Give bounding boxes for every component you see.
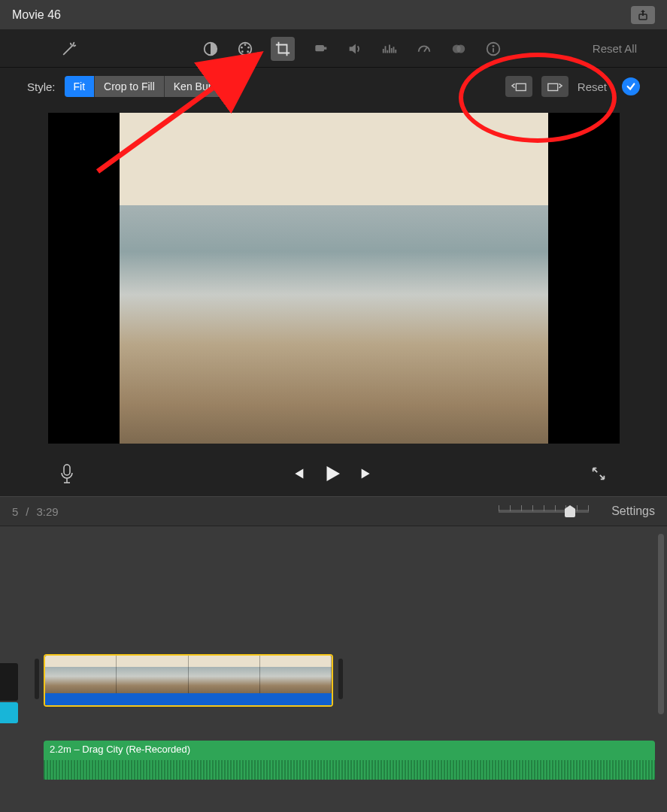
adjacent-clip-stub[interactable]: [0, 663, 18, 723]
timeline-scrollbar[interactable]: [658, 534, 664, 714]
svg-point-7: [241, 46, 243, 48]
rotate-cw-icon: [547, 80, 563, 92]
style-ken-burns-button[interactable]: Ken Burns: [164, 76, 232, 97]
video-clip-row: [44, 654, 333, 723]
svg-rect-8: [315, 45, 324, 51]
noise-reduction-icon[interactable]: [380, 40, 399, 58]
crop-icon: [274, 41, 291, 57]
clip-trim-handle-right[interactable]: [338, 659, 343, 699]
color-correction-icon[interactable]: [236, 40, 254, 58]
play-button[interactable]: [321, 462, 344, 485]
clip-thumbnails: [45, 656, 332, 693]
svg-point-6: [241, 50, 244, 53]
style-crop-to-fill-button[interactable]: Crop to Fill: [94, 76, 164, 97]
background-audio-clip[interactable]: 2.2m – Drag City (Re-Recorded): [44, 741, 655, 780]
preview-frame[interactable]: [48, 113, 620, 444]
voiceover-record-button[interactable]: [60, 464, 74, 483]
audio-clip-label: 2.2m – Drag City (Re-Recorded): [50, 744, 190, 755]
share-icon: [637, 9, 649, 21]
playback-controls: [0, 451, 667, 496]
svg-point-14: [493, 44, 495, 47]
microphone-icon: [60, 464, 74, 483]
crop-style-row: Style: Fit Crop to Fill Ken Burns Reset: [0, 68, 667, 105]
time-separator: /: [26, 505, 29, 518]
stabilization-icon[interactable]: [311, 40, 329, 58]
skip-back-icon: [290, 465, 306, 482]
fullscreen-button[interactable]: [590, 465, 607, 482]
color-balance-icon[interactable]: [202, 40, 220, 58]
style-label: Style:: [27, 80, 56, 93]
adjust-toolbar: Reset All: [0, 30, 667, 68]
crop-tool-button[interactable]: [271, 37, 295, 61]
timeline-settings-button[interactable]: Settings: [611, 504, 655, 518]
rotate-ccw-button[interactable]: [505, 76, 532, 97]
prev-frame-button[interactable]: [290, 465, 306, 482]
svg-line-10: [424, 47, 427, 51]
svg-point-4: [247, 46, 250, 48]
title-bar: Movie 46: [0, 0, 667, 30]
svg-rect-15: [493, 48, 494, 53]
expand-icon: [590, 465, 607, 482]
info-icon[interactable]: [484, 40, 502, 58]
preview-area: [0, 105, 667, 451]
next-frame-button[interactable]: [359, 465, 375, 482]
svg-point-12: [456, 44, 465, 53]
check-icon: [626, 81, 636, 92]
preview-image: [120, 113, 548, 444]
svg-rect-18: [64, 465, 70, 475]
selected-video-clip[interactable]: [44, 654, 333, 707]
zoom-slider[interactable]: [499, 510, 589, 513]
magic-wand-icon[interactable]: [60, 40, 78, 58]
audio-waveform: [44, 760, 655, 780]
svg-rect-17: [548, 83, 558, 90]
timeline-header: 5 / 3:29 Settings: [0, 496, 667, 526]
reset-all-button[interactable]: Reset All: [593, 42, 637, 55]
total-time: 3:29: [37, 505, 59, 518]
share-button[interactable]: [631, 6, 655, 24]
play-icon: [321, 462, 344, 485]
svg-rect-9: [324, 47, 326, 49]
clip-audio-band: [45, 693, 332, 707]
clip-trim-handle-left[interactable]: [35, 659, 39, 699]
style-segmented-control: Fit Crop to Fill Ken Burns: [65, 76, 232, 97]
zoom-ticks: [499, 505, 589, 511]
current-time: 5: [12, 505, 18, 518]
volume-icon[interactable]: [346, 40, 364, 58]
style-fit-button[interactable]: Fit: [65, 76, 95, 97]
timeline-area[interactable]: 2.2m – Drag City (Re-Recorded): [0, 526, 667, 812]
skip-forward-icon: [359, 465, 375, 482]
clip-filter-icon[interactable]: [450, 40, 468, 58]
crop-reset-button[interactable]: Reset: [578, 80, 607, 93]
svg-rect-16: [516, 83, 526, 90]
svg-point-5: [247, 50, 249, 53]
apply-check-button[interactable]: [622, 77, 640, 95]
rotate-ccw-icon: [511, 80, 527, 92]
rotate-cw-button[interactable]: [541, 76, 568, 97]
svg-point-3: [244, 44, 247, 46]
speed-icon[interactable]: [415, 40, 433, 58]
project-title: Movie 46: [12, 8, 61, 22]
